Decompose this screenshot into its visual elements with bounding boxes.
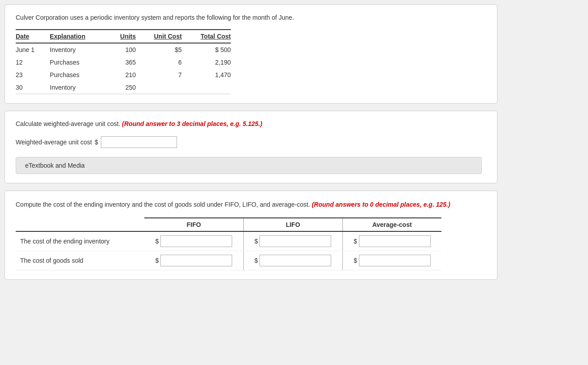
cell-explanation: Purchases [50,56,106,69]
weighted-average-input[interactable] [101,136,177,148]
col-lifo-header: LIFO [243,218,342,231]
avg-dollar-1: $ [354,257,357,264]
cell-total-cost: $ 500 [182,43,231,56]
col-fifo-header: FIFO [144,218,243,231]
cost-methods-table: FIFO LIFO Average-cost The cost of the e… [16,217,441,270]
cell-units: 365 [106,56,136,69]
cost-cell-avg-1: $ [342,251,441,270]
inventory-table: Date Explanation Units Unit Cost Total C… [16,29,231,94]
cost-cell-fifo-1: $ [144,251,243,270]
avg-input-0[interactable] [359,235,431,247]
inventory-card: Culver Corporation uses a periodic inven… [4,4,497,104]
col-header-unit-cost: Unit Cost [136,30,182,43]
cell-date: 12 [16,56,50,69]
cell-date: June 1 [16,43,50,56]
lifo-dollar-1: $ [255,257,258,264]
cost-cell-lifo-1: $ [243,251,342,270]
inventory-row-0: June 1 Inventory 100 $5 $ 500 [16,43,231,56]
cost-row-label-0: The cost of the ending inventory [16,231,144,251]
inventory-row-1: 12 Purchases 365 6 2,190 [16,56,231,69]
avg-dollar-0: $ [354,238,357,245]
col-avg-header: Average-cost [342,218,441,231]
etextbook-button[interactable]: eTextbook and Media [16,157,482,174]
weighted-average-label: Weighted-average unit cost [16,139,92,146]
inventory-row-3: 30 Inventory 250 [16,81,231,94]
cell-explanation: Purchases [50,69,106,81]
fifo-input-0[interactable] [160,235,232,247]
section2-instruction: Calculate weighted-average unit cost. (R… [16,120,486,127]
cost-row-1: The cost of goods sold $ $ $ [16,251,441,270]
cell-units: 100 [106,43,136,56]
cell-unit-cost: 7 [136,69,182,81]
cell-unit-cost [136,81,182,94]
cell-explanation: Inventory [50,81,106,94]
cost-row-label-1: The cost of goods sold [16,251,144,270]
cell-explanation: Inventory [50,43,106,56]
col-header-total-cost: Total Cost [182,30,231,43]
col-header-units: Units [106,30,136,43]
cell-unit-cost: $5 [136,43,182,56]
weighted-average-card: Calculate weighted-average unit cost. (R… [4,111,497,183]
lifo-dollar-0: $ [255,238,258,245]
weighted-average-input-row: Weighted-average unit cost $ [16,136,486,148]
fifo-dollar-1: $ [156,257,159,264]
cost-cell-avg-0: $ [342,231,441,251]
cell-total-cost: 1,470 [182,69,231,81]
section2-instruction-note: (Round answer to 3 decimal places, e.g. … [122,120,262,127]
col-header-date: Date [16,30,50,43]
cell-units: 250 [106,81,136,94]
col-header-explanation: Explanation [50,30,106,43]
section3-instruction: Compute the cost of the ending inventory… [16,200,486,209]
fifo-input-1[interactable] [160,255,232,266]
cell-date: 23 [16,69,50,81]
intro-text: Culver Corporation uses a periodic inven… [16,14,486,21]
section2-instruction-text: Calculate weighted-average unit cost. [16,120,120,127]
cell-total-cost: 2,190 [182,56,231,69]
cost-cell-lifo-0: $ [243,231,342,251]
cost-methods-card: Compute the cost of the ending inventory… [4,191,497,280]
col-desc-header [16,218,144,231]
lifo-input-1[interactable] [259,255,331,266]
section3-instruction-note: (Round answers to 0 decimal places, e.g.… [312,201,450,208]
weighted-average-dollar: $ [95,139,98,146]
fifo-dollar-0: $ [156,238,159,245]
cell-date: 30 [16,81,50,94]
cell-units: 210 [106,69,136,81]
avg-input-1[interactable] [359,255,431,266]
cell-unit-cost: 6 [136,56,182,69]
inventory-row-2: 23 Purchases 210 7 1,470 [16,69,231,81]
lifo-input-0[interactable] [259,235,331,247]
section3-instruction-text: Compute the cost of the ending inventory… [16,201,310,208]
cost-row-0: The cost of the ending inventory $ $ $ [16,231,441,251]
cell-total-cost [182,81,231,94]
cost-cell-fifo-0: $ [144,231,243,251]
